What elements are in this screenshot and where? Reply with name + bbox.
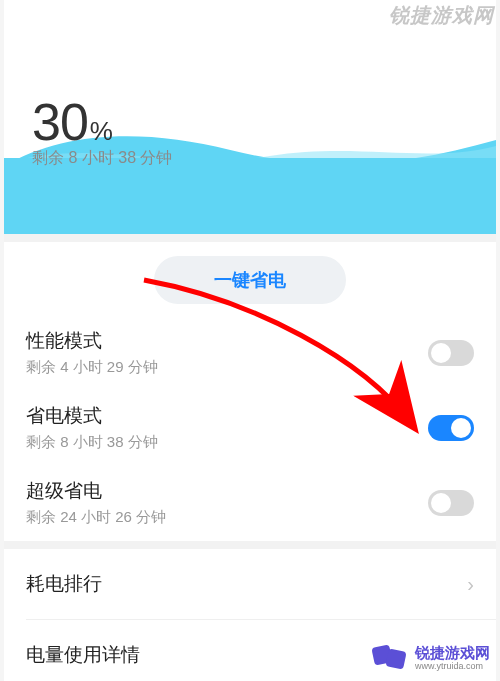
battery-percent-symbol: %	[90, 116, 113, 146]
watermark-logo-icon	[373, 646, 409, 670]
watermark-bottom: 锐捷游戏网 www.ytruida.com	[373, 645, 490, 671]
watermark-top: 锐捷游戏网	[389, 2, 494, 29]
section-gap	[4, 541, 496, 549]
battery-remaining-label: 剩余 8 小时 38 分钟	[32, 148, 172, 169]
battery-percent: 30%	[32, 92, 113, 152]
one-tap-save-button[interactable]: 一键省电	[154, 256, 346, 304]
watermark-brand-cn: 锐捷游戏网	[415, 645, 490, 660]
performance-mode-subtitle: 剩余 4 小时 29 分钟	[26, 358, 158, 377]
super-save-mode-title: 超级省电	[26, 478, 166, 504]
power-ranking-label: 耗电排行	[26, 571, 102, 597]
battery-percent-number: 30	[32, 93, 88, 151]
super-save-mode-toggle[interactable]	[428, 490, 474, 516]
power-usage-details-label: 电量使用详情	[26, 642, 140, 668]
section-gap	[4, 234, 496, 242]
chevron-right-icon: ›	[467, 573, 474, 596]
power-save-mode-subtitle: 剩余 8 小时 38 分钟	[26, 433, 158, 452]
power-save-mode-row: 省电模式 剩余 8 小时 38 分钟	[4, 391, 496, 466]
battery-hero: 30% 剩余 8 小时 38 分钟	[4, 0, 496, 234]
power-save-mode-toggle[interactable]	[428, 415, 474, 441]
power-save-mode-title: 省电模式	[26, 403, 158, 429]
super-save-mode-subtitle: 剩余 24 小时 26 分钟	[26, 508, 166, 527]
watermark-brand-en: www.ytruida.com	[415, 662, 490, 671]
performance-mode-row: 性能模式 剩余 4 小时 29 分钟	[4, 316, 496, 391]
super-save-mode-row: 超级省电 剩余 24 小时 26 分钟	[4, 466, 496, 541]
performance-mode-title: 性能模式	[26, 328, 158, 354]
power-ranking-row[interactable]: 耗电排行 ›	[4, 549, 496, 619]
performance-mode-toggle[interactable]	[428, 340, 474, 366]
